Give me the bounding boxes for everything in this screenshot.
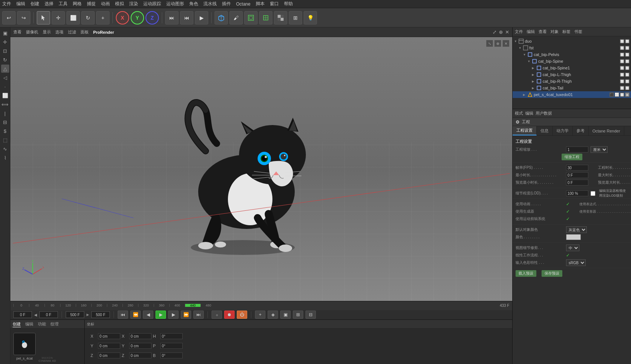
frame-end-input[interactable] xyxy=(66,311,84,318)
rt-tab-view[interactable]: 查看 xyxy=(539,29,547,35)
menu-item-animate[interactable]: 动画 xyxy=(101,1,110,7)
timeline-open-btn[interactable]: ⊟ xyxy=(305,311,316,319)
vp-tab-panel[interactable]: 面板 xyxy=(81,29,89,35)
props-mode-tab[interactable]: 模式 xyxy=(515,111,523,116)
tree-item-rthigh[interactable]: ▶ cat_bip-R-Thigh ⬜ ⬜ xyxy=(513,78,631,85)
light-btn[interactable]: 💡 xyxy=(304,11,317,24)
menu-item-file[interactable]: 文件 xyxy=(2,1,11,7)
lod-input[interactable] xyxy=(566,190,588,196)
tree-item-spine[interactable]: ▼ cat_bip-Spine ⬜ ⬜ xyxy=(513,58,631,65)
keyframe-mode-btn[interactable]: ⬦ xyxy=(212,311,222,319)
scale-tool-btn[interactable]: ⬜ xyxy=(66,11,80,24)
sidebar-texture[interactable]: ⬚ xyxy=(1,136,9,144)
bl-tab-create[interactable]: 创建 xyxy=(13,321,21,327)
tree-item-mesh[interactable]: ▶ pet_s_4cat_tuxedo01 ⬛ ⬜ ⬜ ▣ xyxy=(513,91,631,98)
vis-icon-fst[interactable]: ⬜ xyxy=(620,46,624,50)
z-rot-input[interactable] xyxy=(129,352,151,358)
tree-item-pelvis[interactable]: ▼ cat_bip-Pelvis ⬜ ⬜ xyxy=(513,51,631,58)
menu-item-pipeline[interactable]: 流水线 xyxy=(203,1,217,7)
default-color-select[interactable]: 灰蓝色 xyxy=(566,226,587,233)
menu-item-simulate[interactable]: 模拟 xyxy=(115,1,124,7)
auto-key-btn[interactable]: ⏻ xyxy=(237,311,247,319)
tree-item-lthigh[interactable]: ▶ cat_bip-L-Thigh ⬜ ⬜ xyxy=(513,71,631,78)
vp-pin-icon[interactable]: ⊕ xyxy=(499,29,503,35)
next-frame-btn[interactable]: ⏩ xyxy=(181,311,191,319)
vp-tab-filter[interactable]: 过滤 xyxy=(68,29,76,35)
knife-btn[interactable] xyxy=(259,11,272,24)
rt-tab-object[interactable]: 对象 xyxy=(550,29,559,35)
vp-expand-icon[interactable]: ⤢ xyxy=(493,29,497,35)
min-time-input[interactable] xyxy=(566,172,588,178)
sidebar-spline[interactable]: ⌇ xyxy=(1,154,9,162)
props-tab-reference[interactable]: 参考 xyxy=(573,126,589,135)
menu-item-select[interactable]: 选择 xyxy=(45,1,53,7)
frame-end2-input[interactable] xyxy=(91,311,110,318)
props-tab-info[interactable]: 信息 xyxy=(537,126,553,135)
vp-tab-camera[interactable]: 摄像机 xyxy=(26,29,38,35)
timeline-ruler[interactable]: 0 40 80 120 160 200 240 280 320 360 400 … xyxy=(10,301,512,310)
sidebar-edge[interactable]: ◁ xyxy=(1,73,9,82)
current-frame-input[interactable] xyxy=(13,311,32,318)
props-tab-dynamics[interactable]: 动力学 xyxy=(553,126,573,135)
preview-min-input[interactable] xyxy=(566,180,588,186)
layer-btn[interactable]: ⊞ xyxy=(293,311,303,319)
menu-item-character[interactable]: 角色 xyxy=(189,1,198,7)
rt-tab-bookmark[interactable]: 书签 xyxy=(574,29,582,35)
record-btn[interactable]: ⏺ xyxy=(224,311,235,319)
color-profile-select[interactable]: sRGB xyxy=(566,259,586,266)
scale-project-btn[interactable]: 缩放工程 xyxy=(562,154,582,160)
subdiv-btn[interactable] xyxy=(244,11,258,24)
menu-item-octane[interactable]: Octane xyxy=(236,1,251,7)
sidebar-extrude[interactable]: ⊟ xyxy=(1,118,9,126)
sidebar-select[interactable]: ▣ xyxy=(1,29,9,37)
props-userdata-tab[interactable]: 用户数据 xyxy=(536,111,552,116)
menu-item-window[interactable]: 窗口 xyxy=(270,1,279,7)
viewport-3d[interactable]: X Y Z ⤡ ⊕ ✕ xyxy=(10,37,512,301)
menu-item-mesh[interactable]: 网格 xyxy=(73,1,82,7)
frame-start-input[interactable] xyxy=(39,311,58,318)
goto-end-btn[interactable]: ⏭ xyxy=(193,311,204,319)
sidebar-paint[interactable]: ⬜ xyxy=(1,91,9,99)
prev-keyframe-btn[interactable]: ◀ xyxy=(143,311,153,319)
rt-tab-edit[interactable]: 编辑 xyxy=(527,29,535,35)
menu-item-render[interactable]: 渲染 xyxy=(129,1,138,7)
props-tab-settings[interactable]: 工程设置 xyxy=(513,126,537,135)
add-key-btn[interactable]: + xyxy=(255,311,265,319)
tree-item-duo[interactable]: ▼ duo ⬜ ⬜ xyxy=(513,38,631,45)
prev-key-btn[interactable]: ⏮ xyxy=(180,11,193,24)
menu-item-snap[interactable]: 捕捉 xyxy=(87,1,96,7)
toggle-viewport[interactable]: ⊕ xyxy=(494,40,501,47)
color-swatch[interactable] xyxy=(566,234,581,240)
scale-unit-select[interactable]: 厘米 米 xyxy=(591,146,608,153)
bl-tab-edit[interactable]: 编辑 xyxy=(25,321,33,327)
h-input[interactable] xyxy=(160,333,183,339)
play-btn[interactable]: ▶ xyxy=(156,311,166,319)
menu-item-edit[interactable]: 编辑 xyxy=(16,1,25,7)
menu-item-tools[interactable]: 工具 xyxy=(59,1,68,7)
sidebar-poly[interactable]: △ xyxy=(1,65,9,73)
rotate-tool-btn[interactable]: ↻ xyxy=(81,11,95,24)
props-tab-octane[interactable]: Octane Render xyxy=(589,126,624,135)
prev-frame-btn[interactable]: ⏪ xyxy=(130,311,141,319)
sidebar-sculpt[interactable]: ∿ xyxy=(1,145,9,153)
key-sel-btn[interactable]: ◈ xyxy=(268,311,278,319)
menu-item-motion-track[interactable]: 运动跟踪 xyxy=(143,1,161,7)
vp-tab-display[interactable]: 显示 xyxy=(43,29,51,35)
add-btn[interactable]: + xyxy=(96,11,109,24)
bl-tab-function[interactable]: 功能 xyxy=(38,321,46,327)
render-icon-fst[interactable]: ⬜ xyxy=(625,46,630,50)
import-preset-btn[interactable]: 载入预设 xyxy=(516,270,536,277)
lod-edit-select[interactable]: 中 低 高 xyxy=(566,245,579,251)
undo-btn[interactable]: ↩ xyxy=(2,11,16,24)
sidebar-point[interactable]: · xyxy=(1,82,9,91)
render-icon-duo[interactable]: ⬜ xyxy=(625,39,630,43)
move-tool-btn[interactable]: ✛ xyxy=(52,11,65,24)
grid-btn[interactable]: ⊞ xyxy=(289,11,302,24)
play-toolbar-btn[interactable]: ▶ xyxy=(195,11,208,24)
menu-item-mograph[interactable]: 运动图形 xyxy=(166,1,184,7)
y-rot-input[interactable] xyxy=(129,343,151,349)
menu-item-create[interactable]: 创建 xyxy=(30,1,39,7)
sidebar-scale[interactable]: ⊡ xyxy=(1,47,9,55)
save-preset-btn[interactable]: 保存预设 xyxy=(542,270,562,277)
lod-render-check[interactable] xyxy=(591,191,595,196)
